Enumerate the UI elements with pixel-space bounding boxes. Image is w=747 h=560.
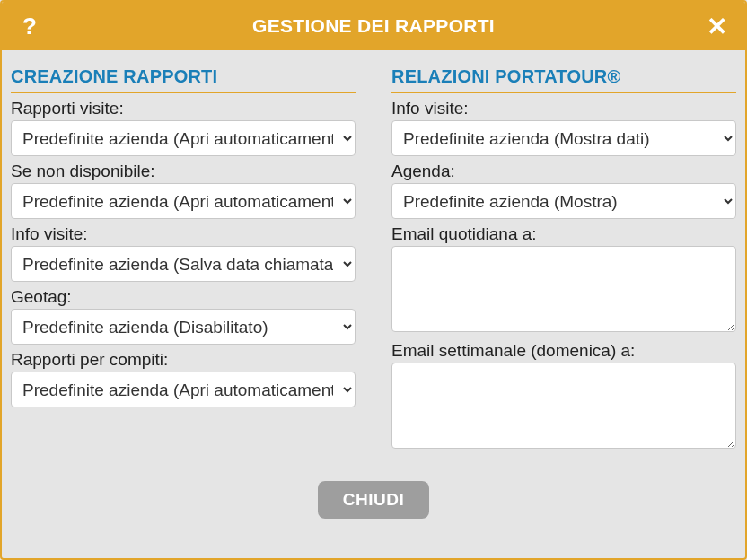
field-info-visite-left: Info visite: Predefinite azienda (Salva … (11, 224, 356, 282)
label-info-visite-left: Info visite: (11, 224, 356, 244)
textarea-email-settimanale[interactable] (391, 363, 736, 449)
columns: CREAZIONE RAPPORTI Rapporti visite: Pred… (11, 66, 736, 454)
titlebar: ? GESTIONE DEI RAPPORTI ✕ (2, 2, 745, 50)
field-agenda: Agenda: Predefinite azienda (Mostra) (391, 162, 736, 219)
footer: CHIUDI (11, 470, 736, 537)
label-rapporti-visite: Rapporti visite: (11, 99, 356, 118)
field-info-visite-right: Info visite: Predefinite azienda (Mostra… (391, 99, 736, 156)
column-right: RELAZIONI PORTATOUR® Info visite: Predef… (391, 66, 736, 454)
dialog-title: GESTIONE DEI RAPPORTI (252, 15, 495, 37)
select-info-visite-left[interactable]: Predefinite azienda (Salva data chiamata… (11, 246, 356, 282)
select-rapporti-visite[interactable]: Predefinite azienda (Apri automaticament… (11, 120, 356, 156)
field-rapporti-compiti: Rapporti per compiti: Predefinite aziend… (11, 350, 356, 407)
field-email-quotidiana: Email quotidiana a: (391, 224, 736, 336)
select-geotag[interactable]: Predefinite azienda (Disabilitato) (11, 309, 356, 345)
select-rapporti-compiti[interactable]: Predefinite azienda (Apri automaticament… (11, 372, 356, 407)
field-geotag: Geotag: Predefinite azienda (Disabilitat… (11, 287, 356, 345)
column-left: CREAZIONE RAPPORTI Rapporti visite: Pred… (11, 66, 356, 454)
close-button[interactable]: CHIUDI (318, 481, 429, 519)
dialog-body: CREAZIONE RAPPORTI Rapporti visite: Pred… (2, 50, 745, 558)
label-geotag: Geotag: (11, 287, 356, 307)
help-icon[interactable]: ? (5, 2, 54, 50)
section-title-creazione: CREAZIONE RAPPORTI (11, 66, 356, 93)
label-se-non-disponibile: Se non disponibile: (11, 162, 356, 181)
select-info-visite-right[interactable]: Predefinite azienda (Mostra dati) (391, 120, 736, 156)
field-rapporti-visite: Rapporti visite: Predefinite azienda (Ap… (11, 99, 356, 156)
close-icon[interactable]: ✕ (693, 2, 742, 50)
dialog: ? GESTIONE DEI RAPPORTI ✕ CREAZIONE RAPP… (0, 0, 747, 560)
select-se-non-disponibile[interactable]: Predefinite azienda (Apri automaticament… (11, 183, 356, 219)
label-agenda: Agenda: (391, 162, 736, 181)
field-se-non-disponibile: Se non disponibile: Predefinite azienda … (11, 162, 356, 219)
textarea-email-quotidiana[interactable] (391, 246, 736, 332)
select-agenda[interactable]: Predefinite azienda (Mostra) (391, 183, 736, 219)
label-email-quotidiana: Email quotidiana a: (391, 224, 736, 244)
label-rapporti-compiti: Rapporti per compiti: (11, 350, 356, 370)
label-info-visite-right: Info visite: (391, 99, 736, 118)
label-email-settimanale: Email settimanale (domenica) a: (391, 341, 736, 361)
section-title-relazioni: RELAZIONI PORTATOUR® (391, 66, 736, 93)
field-email-settimanale: Email settimanale (domenica) a: (391, 341, 736, 452)
